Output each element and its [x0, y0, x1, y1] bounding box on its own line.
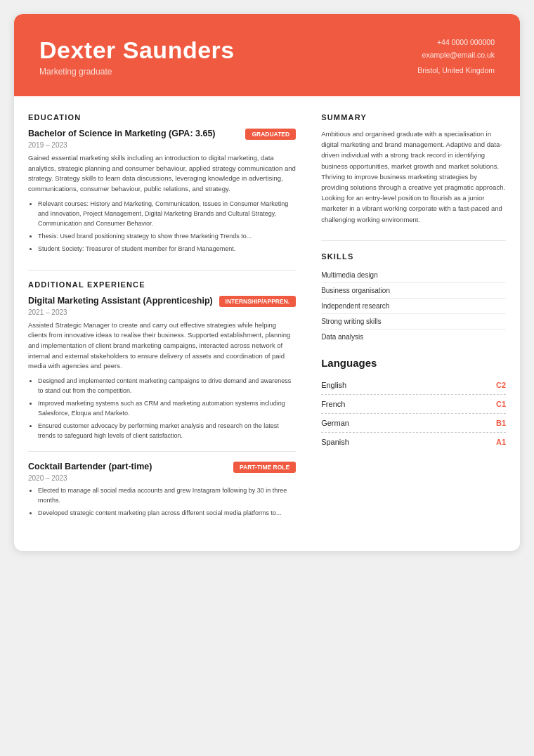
exp1-title: Digital Marketing Assistant (Apprentices… — [28, 296, 213, 306]
lang-name-french: French — [321, 400, 345, 408]
resume-container: Dexter Saunders Marketing graduate +44 0… — [14, 14, 520, 551]
edu-bullet-1: Relevant courses: History and Marketing,… — [38, 200, 296, 229]
header-left: Dexter Saunders Marketing graduate — [39, 37, 235, 77]
exp2-header: Cocktail Bartender (part-time) PART-TIME… — [28, 462, 296, 473]
lang-row-german: German B1 — [321, 414, 506, 433]
divider-1 — [28, 270, 296, 271]
exp2-badge: PART-TIME ROLE — [233, 462, 296, 473]
education-dates: 2019 – 2023 — [28, 141, 296, 149]
skill-1: Multimedia design — [321, 268, 506, 283]
education-entry-header: Bachelor of Science in Marketing (GPA: 3… — [28, 129, 296, 140]
lang-row-french: French C1 — [321, 395, 506, 414]
lang-row-spanish: Spanish A1 — [321, 433, 506, 451]
languages-section: Languages English C2 French C1 German B1… — [321, 357, 506, 451]
exp2-title: Cocktail Bartender (part-time) — [28, 462, 152, 471]
education-section: EDUCATION Bachelor of Science in Marketi… — [28, 113, 296, 254]
lang-level-french: C1 — [496, 400, 506, 408]
skill-2: Business organisation — [321, 283, 506, 299]
languages-title: Languages — [321, 357, 506, 369]
edu-bullet-3: Student Society: Treasurer of student me… — [38, 245, 296, 254]
skill-4: Strong writing skills — [321, 314, 506, 330]
contact-phone: +44 0000 000000 — [417, 37, 495, 49]
exp1-bullet-3: Ensured customer advocacy by performing … — [38, 422, 296, 441]
exp1-dates: 2021 – 2023 — [28, 308, 296, 316]
education-badge: GRADUATED — [245, 129, 296, 140]
main-content: EDUCATION Bachelor of Science in Marketi… — [14, 96, 520, 551]
lang-name-english: English — [321, 381, 346, 389]
divider-3 — [321, 240, 506, 241]
summary-section: SUMMARY Ambitious and organised graduate… — [321, 113, 506, 225]
divider-2 — [28, 451, 296, 452]
skills-title: SKILLS — [321, 252, 506, 261]
candidate-name: Dexter Saunders — [39, 37, 235, 64]
skill-3: Independent research — [321, 299, 506, 314]
lang-level-german: B1 — [496, 419, 506, 427]
skills-section: SKILLS Multimedia design Business organi… — [321, 252, 506, 344]
skill-5: Data analysis — [321, 330, 506, 344]
exp1-description: Assisted Strategic Manager to create and… — [28, 320, 296, 372]
edu-bullet-2: Thesis: Used brand positioning strategy … — [38, 232, 296, 242]
header-section: Dexter Saunders Marketing graduate +44 0… — [14, 14, 520, 96]
exp1-bullets: Designed and implemented content marketi… — [28, 377, 296, 441]
exp2-bullets: Elected to manage all social media accou… — [28, 486, 296, 519]
header-right: +44 0000 000000 example@email.co.uk Bris… — [417, 37, 495, 74]
right-column: SUMMARY Ambitious and organised graduate… — [318, 113, 506, 534]
contact-email: example@email.co.uk — [417, 49, 495, 62]
contact-location: Bristol, United Kingdom — [417, 66, 495, 74]
experience-section: ADDITIONAL EXPERIENCE Digital Marketing … — [28, 280, 296, 519]
exp1-bullet-1: Designed and implemented content marketi… — [38, 377, 296, 396]
experience-title: ADDITIONAL EXPERIENCE — [28, 280, 296, 289]
exp2-dates: 2020 – 2023 — [28, 474, 296, 482]
education-title: EDUCATION — [28, 113, 296, 122]
lang-name-spanish: Spanish — [321, 438, 349, 446]
exp1-bullet-2: Improved marketing systems such as CRM a… — [38, 399, 296, 419]
exp1-header: Digital Marketing Assistant (Apprentices… — [28, 296, 296, 307]
summary-title: SUMMARY — [321, 113, 506, 122]
lang-row-english: English C2 — [321, 376, 506, 395]
contact-info: +44 0000 000000 example@email.co.uk — [417, 37, 495, 62]
degree-title: Bachelor of Science in Marketing (GPA: 3… — [28, 129, 216, 138]
education-description: Gained essential marketing skills includ… — [28, 153, 296, 195]
education-bullets: Relevant courses: History and Marketing,… — [28, 200, 296, 254]
summary-text: Ambitious and organised graduate with a … — [321, 129, 506, 225]
exp1-badge: INTERNSHIP/APPREN. — [219, 296, 297, 307]
exp2-bullet-2: Developed strategic content marketing pl… — [38, 509, 296, 519]
left-column: EDUCATION Bachelor of Science in Marketi… — [28, 113, 301, 534]
candidate-title: Marketing graduate — [39, 67, 235, 77]
lang-level-spanish: A1 — [496, 438, 506, 446]
exp2-bullet-1: Elected to manage all social media accou… — [38, 486, 296, 506]
lang-level-english: C2 — [496, 381, 506, 389]
lang-name-german: German — [321, 419, 349, 427]
